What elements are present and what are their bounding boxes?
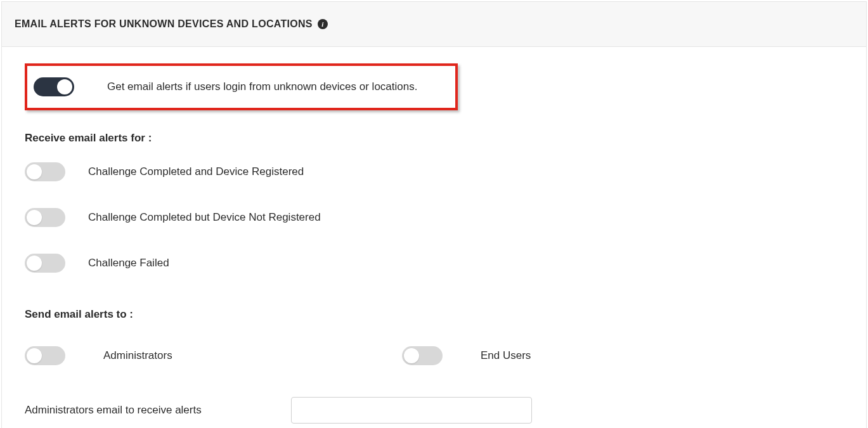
toggle-knob bbox=[404, 348, 419, 363]
recipient-label: End Users bbox=[481, 349, 531, 362]
toggle-knob bbox=[27, 164, 42, 179]
info-icon[interactable]: i bbox=[318, 19, 328, 29]
recipient-group: Administrators bbox=[25, 346, 402, 365]
panel-body: Get email alerts if users login from unk… bbox=[2, 47, 866, 428]
panel-title: EMAIL ALERTS FOR UNKNOWN DEVICES AND LOC… bbox=[15, 18, 313, 30]
challenge-completed-not-registered-toggle[interactable] bbox=[25, 208, 65, 227]
toggle-knob bbox=[57, 79, 72, 94]
administrators-toggle[interactable] bbox=[25, 346, 65, 365]
recipient-group: End Users bbox=[402, 346, 531, 365]
email-alerts-panel: EMAIL ALERTS FOR UNKNOWN DEVICES AND LOC… bbox=[1, 1, 867, 428]
main-alerts-toggle[interactable] bbox=[34, 77, 74, 96]
admin-email-input[interactable] bbox=[291, 397, 532, 424]
admin-email-label: Administrators email to receive alerts bbox=[25, 404, 291, 417]
admin-email-row: Administrators email to receive alerts bbox=[25, 397, 843, 424]
recipients-row: Administrators End Users bbox=[25, 346, 843, 365]
receive-option-label: Challenge Completed and Device Registere… bbox=[88, 165, 304, 178]
toggle-knob bbox=[27, 348, 42, 363]
main-toggle-highlight: Get email alerts if users login from unk… bbox=[25, 63, 458, 110]
toggle-knob bbox=[27, 256, 42, 271]
challenge-completed-registered-toggle[interactable] bbox=[25, 162, 65, 181]
main-toggle-label: Get email alerts if users login from unk… bbox=[107, 81, 417, 93]
end-users-toggle[interactable] bbox=[402, 346, 443, 365]
panel-header: EMAIL ALERTS FOR UNKNOWN DEVICES AND LOC… bbox=[2, 2, 866, 47]
receive-option-row: Challenge Completed and Device Registere… bbox=[25, 162, 843, 181]
receive-option-row: Challenge Failed bbox=[25, 254, 843, 273]
receive-alerts-heading: Receive email alerts for : bbox=[25, 132, 843, 145]
challenge-failed-toggle[interactable] bbox=[25, 254, 65, 273]
recipient-label: Administrators bbox=[103, 349, 172, 362]
receive-option-label: Challenge Failed bbox=[88, 257, 169, 269]
receive-option-label: Challenge Completed but Device Not Regis… bbox=[88, 211, 321, 224]
send-alerts-heading: Send email alerts to : bbox=[25, 308, 843, 321]
toggle-knob bbox=[27, 210, 42, 225]
receive-option-row: Challenge Completed but Device Not Regis… bbox=[25, 208, 843, 227]
